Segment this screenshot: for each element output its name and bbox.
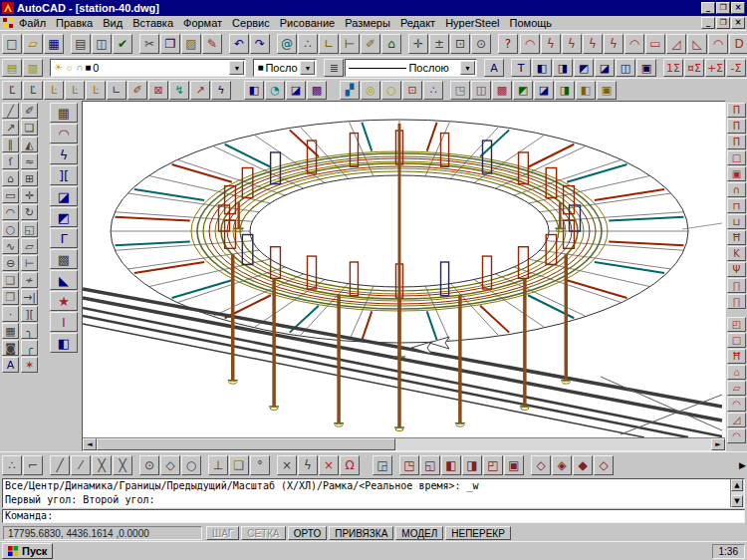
zoom-realtime-button[interactable]: ± (429, 34, 449, 54)
open-button[interactable]: ▱ (23, 34, 43, 54)
chamfer-button[interactable]: ╮ (21, 323, 38, 339)
menu-insert[interactable]: Вставка (127, 17, 178, 29)
hs-prop-4-button[interactable]: ◩ (574, 59, 594, 77)
hs-truss-button[interactable]: Ħ (727, 230, 746, 245)
hs-box-1-button[interactable]: □ (727, 150, 746, 165)
pan-button[interactable]: ✛ (408, 34, 428, 54)
offset-button[interactable]: ≈ (21, 153, 38, 169)
hs-sum-3-button[interactable]: +Σ (705, 59, 725, 77)
polyline-button[interactable]: ſ (2, 153, 19, 169)
trim-button[interactable]: ≁ (21, 272, 38, 288)
render-2-button[interactable]: ◔ (265, 81, 285, 100)
hs-clamp-button[interactable]: ⊔ (727, 214, 746, 229)
hs-bolt-2-button[interactable]: ϟ (562, 34, 582, 54)
text-button[interactable]: A (2, 357, 19, 373)
view-bottom-button[interactable]: ◱ (420, 455, 440, 475)
erase-button[interactable]: ✐ (21, 103, 38, 119)
hs-arch-r2-button[interactable]: ⊓ (727, 198, 746, 213)
linetype-dropdown[interactable]: Послою ▼ (345, 59, 477, 77)
hs-portal-1-button[interactable]: Π (727, 103, 746, 118)
zoom-previous-button[interactable]: ⊙ (471, 34, 491, 54)
hs-prop-2-button[interactable]: ◧ (532, 59, 552, 77)
make-block-button[interactable]: ❒ (2, 289, 19, 305)
snap-tangent-button[interactable]: ○ (181, 455, 201, 475)
command-input[interactable]: Команда: (2, 509, 745, 523)
toolbar-overflow-arrow[interactable]: ▶ (739, 460, 746, 470)
hs-prop-3-button[interactable]: ◨ (553, 59, 573, 77)
hs-bolt-side-button[interactable]: ϟ (50, 144, 78, 164)
lengthen-button[interactable]: ⊢ (21, 255, 38, 271)
hs-prop-7-button[interactable]: ▣ (636, 59, 656, 77)
match-properties-button[interactable]: ✎ (202, 34, 222, 54)
view-back-button[interactable]: ▣ (504, 455, 524, 475)
hs-prop-1-button[interactable]: T (511, 59, 531, 77)
paste-button[interactable]: ▨ (181, 34, 201, 54)
snap-from-button[interactable]: ⌐ (23, 455, 43, 475)
hs-sum-1-button[interactable]: 1Σ (663, 59, 683, 77)
insert-block-button[interactable]: ❑ (2, 272, 19, 288)
launch-browser-button[interactable]: @ (277, 34, 297, 54)
hs-arch-2-button[interactable]: ◠ (708, 34, 728, 54)
named-views-button[interactable]: ◲ (373, 455, 392, 475)
scroll-up-button[interactable]: ▲ (731, 479, 743, 491)
arc-button[interactable]: ◠ (2, 204, 19, 220)
color-dropdown[interactable]: ■ Послою ▼ (253, 59, 317, 77)
array-button[interactable]: ⊞ (21, 170, 38, 186)
toggle-ortho[interactable]: ОРТО (288, 526, 327, 540)
ucs-world-button[interactable]: ∟ (107, 81, 126, 100)
pair-tool-button[interactable]: ◫ (471, 81, 491, 100)
color-dropdown-arrow[interactable]: ▼ (300, 61, 315, 75)
restore-button[interactable]: ❐ (716, 2, 730, 14)
region-button[interactable]: ◙ (2, 340, 19, 356)
hs-door-button[interactable]: D (729, 34, 747, 54)
ucs-preset-1-button[interactable]: Ľ (2, 81, 22, 100)
hs-corner-r-button[interactable]: ◰ (727, 317, 746, 332)
hs-bolt-1-button[interactable]: ϟ (541, 34, 561, 54)
hs-star-button[interactable]: ★ (50, 291, 78, 311)
mdi-restore-button[interactable]: ❐ (716, 17, 730, 29)
menu-edit[interactable]: Правка (51, 17, 98, 29)
menu-dimension[interactable]: Размеры (340, 17, 395, 29)
multiline-button[interactable]: ∥ (2, 137, 19, 152)
cube-3-button[interactable]: ◨ (555, 81, 575, 100)
hs-house-r-button[interactable]: ⌂ (727, 365, 746, 380)
hs-grid-button[interactable]: ▦ (50, 103, 78, 123)
hs-slant-1-button[interactable]: ◿ (666, 34, 686, 54)
ucs-view-button[interactable]: Ŀ (86, 81, 106, 100)
break-button[interactable]: ][ (21, 306, 38, 322)
snap-insert-button[interactable]: ❑ (229, 455, 249, 475)
view-ne-iso-button[interactable]: ◆ (573, 455, 593, 475)
snap-tracking-button[interactable]: ∴ (2, 455, 22, 475)
donut-tool-button[interactable]: ◎ (361, 81, 380, 100)
print-button[interactable]: ▤ (71, 34, 91, 54)
close-button[interactable]: × (731, 2, 745, 14)
toggle-osnap[interactable]: ПРИВЯЗКА (329, 526, 393, 540)
hs-frame-button[interactable]: ▭ (645, 34, 665, 54)
hs-arch-r1-button[interactable]: ∩ (727, 182, 746, 197)
horizontal-scrollbar[interactable]: ◄ ► (83, 437, 725, 450)
toggle-snap[interactable]: ШАГ (206, 526, 239, 540)
snap-perpendicular-button[interactable]: ⊥ (208, 455, 228, 475)
snap-node-button[interactable]: ° (250, 455, 270, 475)
construction-line-button[interactable]: ↗ (2, 120, 19, 136)
snap-none-button[interactable]: × (319, 455, 339, 475)
ring-tool-button[interactable]: ○ (381, 81, 401, 100)
hs-arch-r4-button[interactable]: ◠ (727, 428, 746, 443)
new-button[interactable]: □ (2, 34, 22, 54)
hs-ibeam-button[interactable]: I (50, 312, 78, 332)
redo-button[interactable]: ↷ (250, 34, 270, 54)
layers-button[interactable]: ▥ (23, 59, 43, 77)
hs-joint-button[interactable]: ][ (50, 165, 78, 185)
scroll-right-button[interactable]: ► (711, 438, 725, 450)
scrollbar-thumb[interactable] (97, 438, 395, 450)
cube-2-button[interactable]: ◪ (534, 81, 554, 100)
move-button[interactable]: ✛ (21, 187, 38, 203)
toggle-tile[interactable]: НЕПЕРЕКР (445, 526, 511, 540)
hs-portal-2-button[interactable]: Π (727, 119, 746, 134)
distance-button[interactable]: ⊢ (340, 34, 360, 54)
view-right-button[interactable]: ◨ (462, 455, 482, 475)
snap-center-button[interactable]: ⊙ (139, 455, 159, 475)
extend-button[interactable]: →| (21, 289, 38, 305)
mdi-close-button[interactable]: × (731, 17, 745, 29)
pointer-tool-button[interactable]: ↗ (190, 81, 210, 100)
